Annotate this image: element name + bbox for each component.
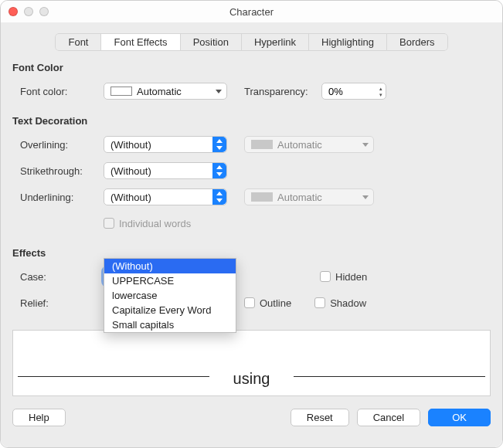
tab-font-effects[interactable]: Font Effects <box>100 33 180 51</box>
row-font-color: Font color: Automatic Transparency: 0% ▴… <box>12 78 491 104</box>
updown-icon <box>216 165 223 176</box>
overlining-value: (Without) <box>110 139 151 151</box>
stepper-up-icon[interactable]: ▴ <box>379 86 382 91</box>
individual-words-checkbox: Individual words <box>104 218 191 229</box>
preview-underline-right <box>294 376 485 377</box>
tabbar: Font Font Effects Position Hyperlink Hig… <box>12 33 491 51</box>
shadow-checkbox[interactable]: Shadow <box>314 297 366 309</box>
label-underlining: Underlining: <box>12 192 104 203</box>
outline-label: Outline <box>260 297 291 309</box>
case-option-without[interactable]: (Without) <box>104 259 236 273</box>
strikethrough-combo[interactable]: (Without) <box>104 162 227 179</box>
preview-underline-left <box>18 376 209 377</box>
case-option-uppercase[interactable]: UPPERCASE <box>104 273 236 288</box>
character-dialog: Character Font Font Effects Position Hyp… <box>0 0 503 448</box>
checkbox-icon <box>244 297 255 308</box>
chevron-down-icon <box>216 90 222 93</box>
tab-hyperlink[interactable]: Hyperlink <box>241 33 309 51</box>
row-relief: Relief: Outline Shadow <box>12 290 491 316</box>
updown-icon <box>216 192 223 202</box>
case-option-capitalize[interactable]: Capitalize Every Word <box>104 303 236 317</box>
individual-words-label: Individual words <box>119 218 191 229</box>
tab-position[interactable]: Position <box>180 33 242 51</box>
strikethrough-value: (Without) <box>110 165 151 177</box>
label-overlining: Overlining: <box>12 139 104 151</box>
tabs: Font Font Effects Position Hyperlink Hig… <box>55 33 447 51</box>
tab-highlighting[interactable]: Highlighting <box>308 33 387 51</box>
color-swatch-icon <box>251 192 273 202</box>
row-strikethrough: Strikethrough: (Without) <box>12 158 491 184</box>
underlining-color-value: Automatic <box>277 192 322 203</box>
titlebar: Character <box>1 1 502 22</box>
overlining-color-value: Automatic <box>277 139 322 151</box>
chevron-down-icon <box>362 195 369 199</box>
outline-checkbox[interactable]: Outline <box>244 297 291 309</box>
checkbox-icon <box>104 218 114 229</box>
overlining-combo[interactable]: (Without) <box>104 136 227 153</box>
footer: Help Reset Cancel OK <box>12 409 491 426</box>
tab-font[interactable]: Font <box>55 33 101 51</box>
transparency-value: 0% <box>328 86 343 97</box>
row-overlining: Overlining: (Without) Automatic <box>12 131 491 158</box>
ok-button[interactable]: OK <box>428 409 491 426</box>
preview-text: using <box>233 370 270 388</box>
cancel-button[interactable]: Cancel <box>357 409 420 426</box>
label-relief: Relief: <box>12 297 104 309</box>
hidden-label: Hidden <box>335 271 367 283</box>
underlining-color-combo[interactable]: Automatic <box>244 188 374 205</box>
window-title: Character <box>1 6 502 18</box>
section-text-decoration: Text Decoration <box>12 115 491 127</box>
updown-icon <box>216 139 223 150</box>
help-button[interactable]: Help <box>12 409 66 426</box>
stepper-buttons[interactable]: ▴ ▾ <box>379 86 382 97</box>
row-case: Case: (Without) Hidden <box>12 263 491 290</box>
preview-area: using <box>12 330 491 396</box>
case-option-smallcaps[interactable]: Small capitals <box>104 317 236 332</box>
underlining-combo[interactable]: (Without) <box>104 188 227 205</box>
row-underlining: Underlining: (Without) Automatic <box>12 184 491 210</box>
color-swatch-icon <box>251 140 273 149</box>
section-font-color: Font Color <box>12 62 491 73</box>
color-swatch-icon <box>110 87 132 96</box>
label-strikethrough: Strikethrough: <box>12 165 104 177</box>
label-case: Case: <box>12 271 104 283</box>
reset-button[interactable]: Reset <box>291 409 349 426</box>
font-color-combo[interactable]: Automatic <box>104 83 227 100</box>
underlining-value: (Without) <box>110 192 151 203</box>
font-color-value: Automatic <box>137 86 182 97</box>
checkbox-icon <box>314 297 325 308</box>
chevron-down-icon <box>362 143 369 147</box>
shadow-label: Shadow <box>330 297 366 309</box>
row-individual-words: Individual words <box>12 210 491 236</box>
label-transparency: Transparency: <box>244 86 321 97</box>
overlining-color-combo[interactable]: Automatic <box>244 136 374 153</box>
stepper-down-icon[interactable]: ▾ <box>379 92 382 97</box>
checkbox-icon <box>320 271 331 282</box>
form-area: Font Color Font color: Automatic Transpa… <box>12 51 491 396</box>
label-font-color: Font color: <box>12 86 104 97</box>
tab-borders[interactable]: Borders <box>386 33 448 51</box>
transparency-stepper[interactable]: 0% ▴ ▾ <box>321 83 386 100</box>
case-option-lowercase[interactable]: lowercase <box>104 288 236 303</box>
section-effects: Effects <box>12 247 491 259</box>
dialog-content: Font Font Effects Position Hyperlink Hig… <box>1 22 502 447</box>
case-dropdown[interactable]: (Without) UPPERCASE lowercase Capitalize… <box>104 258 236 333</box>
hidden-checkbox[interactable]: Hidden <box>320 271 367 283</box>
